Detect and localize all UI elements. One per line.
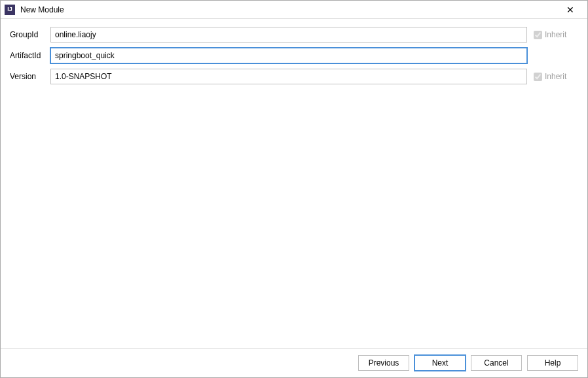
version-row: Version Inherit [10, 69, 578, 84]
content-area: GroupId Inherit ArtifactId Version Inher… [1, 19, 587, 348]
artifactid-label: ArtifactId [10, 51, 50, 60]
titlebar: IJ New Module ✕ [1, 1, 587, 19]
version-inherit-label: Inherit [545, 72, 566, 81]
footer: Previous Next Cancel Help [1, 348, 587, 377]
artifactid-row: ArtifactId [10, 48, 578, 63]
previous-button[interactable]: Previous [358, 355, 409, 371]
groupid-inherit-checkbox [534, 31, 542, 39]
version-inherit: Inherit [534, 72, 578, 81]
next-button[interactable]: Next [414, 355, 466, 371]
help-button[interactable]: Help [527, 355, 578, 371]
groupid-label: GroupId [10, 30, 50, 39]
artifactid-input[interactable] [50, 48, 527, 63]
cancel-button[interactable]: Cancel [471, 355, 522, 371]
version-input[interactable] [50, 69, 527, 84]
groupid-input[interactable] [50, 27, 527, 43]
version-inherit-checkbox [534, 73, 542, 81]
groupid-inherit: Inherit [534, 30, 578, 39]
app-icon: IJ [5, 5, 15, 15]
window-title: New Module [20, 5, 557, 14]
version-label: Version [10, 72, 50, 81]
close-button[interactable]: ✕ [557, 1, 583, 19]
groupid-inherit-label: Inherit [545, 30, 566, 39]
groupid-row: GroupId Inherit [10, 27, 578, 43]
